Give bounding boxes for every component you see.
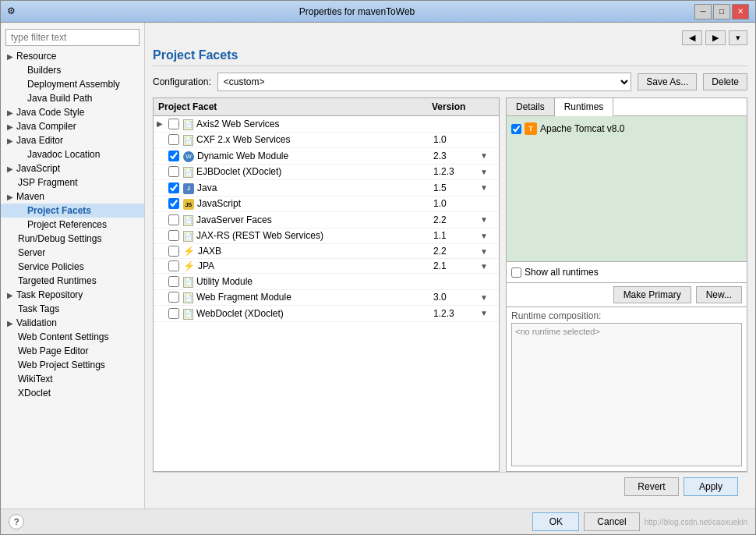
sidebar-item-server[interactable]: Server	[1, 246, 144, 260]
sidebar-label: Validation	[16, 317, 57, 328]
row-icon: W	[183, 150, 194, 162]
row-name: JavaScript	[197, 198, 433, 209]
facet-checkbox[interactable]	[168, 308, 180, 319]
sidebar-item-web-project-settings[interactable]: Web Project Settings	[1, 358, 144, 372]
row-version: 1.1	[433, 230, 480, 241]
sidebar-item-builders[interactable]: Builders	[1, 63, 144, 77]
facet-checkbox[interactable]	[168, 198, 180, 209]
runtimes-list: T Apache Tomcat v8.0	[507, 116, 747, 262]
table-row[interactable]: ⚡ JAXB 2.2 ▼	[154, 244, 499, 259]
dropdown-button[interactable]: ▾	[729, 30, 747, 45]
table-row[interactable]: 📄 Web Fragment Module 3.0 ▼	[154, 290, 499, 306]
facet-checkbox[interactable]	[168, 260, 180, 271]
facet-checkbox[interactable]	[168, 119, 180, 129]
filter-input[interactable]	[5, 29, 140, 46]
facet-checkbox[interactable]	[168, 214, 180, 225]
table-row[interactable]: 📄 CXF 2.x Web Services 1.0	[154, 133, 499, 149]
make-primary-button[interactable]: Make Primary	[613, 286, 691, 303]
sidebar-item-targeted-runtimes[interactable]: Targeted Runtimes	[1, 274, 144, 288]
sidebar-item-java-code-style[interactable]: ▶Java Code Style	[1, 105, 144, 119]
table-row[interactable]: ⚡ JPA 2.1 ▼	[154, 259, 499, 274]
sidebar-item-java-compiler[interactable]: ▶Java Compiler	[1, 119, 144, 133]
table-row[interactable]: 📄 WebDoclet (XDoclet) 1.2.3 ▼	[154, 306, 499, 322]
new-runtime-button[interactable]: New...	[696, 286, 742, 303]
right-details: Details Runtimes T Apache Tomcat v8.0 Sh…	[506, 97, 747, 472]
facet-checkbox[interactable]	[168, 182, 180, 193]
facet-checkbox[interactable]	[168, 134, 180, 145]
sidebar-item-run/debug-settings[interactable]: Run/Debug Settings	[1, 232, 144, 246]
apply-button[interactable]: Apply	[684, 477, 738, 496]
config-select[interactable]: <custom>	[217, 73, 632, 91]
sidebar-label: Task Tags	[18, 303, 59, 314]
sidebar: ▶ResourceBuildersDeployment AssemblyJava…	[1, 23, 145, 508]
facet-checkbox[interactable]	[168, 151, 180, 161]
maximize-button[interactable]: □	[713, 4, 730, 19]
sidebar-item-javascript[interactable]: ▶JavaScript	[1, 161, 144, 175]
show-all-checkbox[interactable]	[511, 268, 521, 278]
row-version: 2.1	[433, 260, 480, 271]
delete-button[interactable]: Delete	[703, 73, 747, 90]
sidebar-label: Builders	[27, 65, 61, 76]
cancel-button[interactable]: Cancel	[584, 512, 639, 531]
sidebar-item-maven[interactable]: ▶Maven	[1, 190, 144, 204]
table-row[interactable]: JS JavaScript 1.0	[154, 197, 499, 213]
sidebar-label: Java Build Path	[27, 93, 92, 104]
right-panel: ◀ ▶ ▾ Project Facets Configuration: <cus…	[145, 23, 755, 508]
sidebar-item-project-references[interactable]: Project References	[1, 218, 144, 232]
close-button[interactable]: ✕	[732, 4, 749, 19]
sidebar-label: Project References	[27, 219, 107, 230]
window-icon: ⚙	[7, 5, 19, 18]
sidebar-item-jsp-fragment[interactable]: JSP Fragment	[1, 175, 144, 190]
sidebar-label: Javadoc Location	[27, 149, 100, 160]
sidebar-item-java-build-path[interactable]: Java Build Path	[1, 91, 144, 105]
table-row[interactable]: J Java 1.5 ▼	[154, 180, 499, 197]
sidebar-item-wikitext[interactable]: WikiText	[1, 372, 144, 386]
row-version: 2.2	[433, 246, 480, 257]
ok-button[interactable]: OK	[532, 512, 579, 531]
minimize-button[interactable]: ─	[694, 4, 712, 19]
facet-checkbox[interactable]	[168, 166, 180, 177]
table-row[interactable]: 📄 EJBDoclet (XDoclet) 1.2.3 ▼	[154, 165, 499, 181]
facet-checkbox[interactable]	[168, 292, 180, 303]
tab-details[interactable]: Details	[507, 98, 555, 115]
help-button[interactable]: ?	[9, 514, 24, 530]
facet-checkbox[interactable]	[168, 276, 180, 287]
table-row[interactable]: ▶ 📄 Axis2 Web Services	[154, 116, 499, 133]
table-row[interactable]: 📄 Utility Module	[154, 274, 499, 290]
sidebar-item-resource[interactable]: ▶Resource	[1, 49, 144, 63]
sidebar-item-web-page-editor[interactable]: Web Page Editor	[1, 344, 144, 358]
back-button[interactable]: ◀	[682, 30, 702, 45]
sidebar-item-javadoc-location[interactable]: Javadoc Location	[1, 147, 144, 161]
show-all-label: Show all runtimes	[525, 267, 599, 278]
table-row[interactable]: W Dynamic Web Module 2.3 ▼	[154, 148, 499, 165]
table-row[interactable]: 📄 JAX-RS (REST Web Services) 1.1 ▼	[154, 229, 499, 245]
nav-bar: ◀ ▶ ▾	[153, 30, 747, 45]
row-icon: 📄	[183, 292, 193, 304]
sidebar-item-task-repository[interactable]: ▶Task Repository	[1, 288, 144, 302]
row-name: Axis2 Web Services	[196, 119, 433, 129]
row-name: JAX-RS (REST Web Services)	[196, 230, 433, 241]
panel-title: Project Facets	[153, 48, 747, 66]
footer-url: http://blog.csdn.net/caoxuekin	[645, 518, 747, 526]
runtime-checkbox[interactable]	[511, 124, 521, 134]
facet-checkbox[interactable]	[168, 246, 180, 257]
row-icon: 📄	[183, 118, 193, 130]
sidebar-item-service-policies[interactable]: Service Policies	[1, 260, 144, 274]
revert-button[interactable]: Revert	[624, 477, 679, 496]
sidebar-item-java-editor[interactable]: ▶Java Editor	[1, 133, 144, 147]
sidebar-item-validation[interactable]: ▶Validation	[1, 316, 144, 330]
sidebar-item-deployment-assembly[interactable]: Deployment Assembly	[1, 77, 144, 91]
table-row[interactable]: 📄 JavaServer Faces 2.2 ▼	[154, 212, 499, 229]
sidebar-label: Targeted Runtimes	[18, 275, 97, 286]
config-row: Configuration: <custom> Save As... Delet…	[153, 73, 747, 91]
sidebar-item-web-content-settings[interactable]: Web Content Settings	[1, 330, 144, 344]
sidebar-item-task-tags[interactable]: Task Tags	[1, 302, 144, 316]
tab-runtimes[interactable]: Runtimes	[555, 98, 614, 116]
save-as-button[interactable]: Save As...	[638, 73, 697, 90]
forward-button[interactable]: ▶	[705, 30, 726, 45]
sidebar-item-xdoclet[interactable]: XDoclet	[1, 386, 144, 400]
facet-checkbox[interactable]	[168, 230, 180, 241]
row-icon: JS	[183, 198, 194, 211]
row-icon: ⚡	[183, 260, 195, 271]
sidebar-item-project-facets[interactable]: Project Facets	[1, 204, 144, 218]
